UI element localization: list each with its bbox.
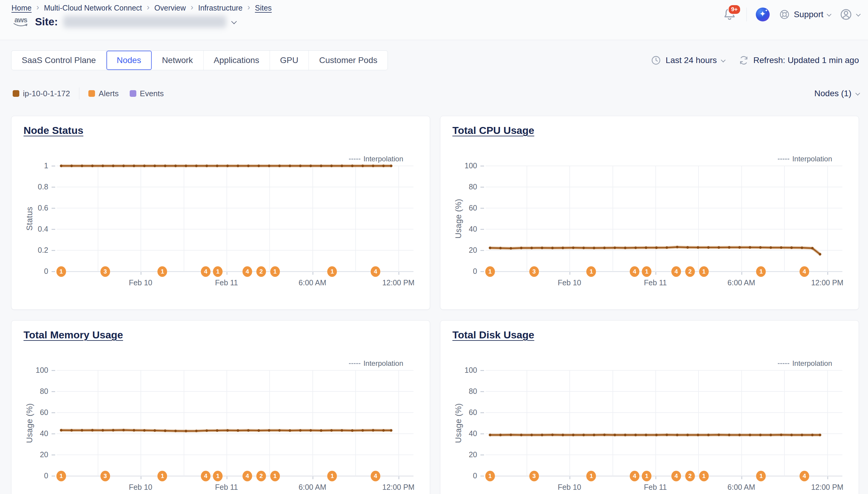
alert-badge[interactable]: 1 <box>270 266 280 277</box>
card-total-disk-usage: Total Disk Usage Interpolation Usage (%)… <box>440 320 859 494</box>
node-series-swatch <box>13 90 19 97</box>
alert-badge[interactable]: 4 <box>201 266 211 277</box>
refresh-icon <box>738 55 749 66</box>
alert-badge[interactable]: 2 <box>685 471 695 481</box>
series-line <box>486 364 836 488</box>
site-chevron-down-icon[interactable] <box>231 18 237 24</box>
y-tick-mark <box>480 476 484 476</box>
time-range-label: Last 24 hours <box>666 56 717 65</box>
y-tick-mark <box>480 187 484 188</box>
controls-right: Last 24 hours Refresh: Updated 1 min ago <box>651 55 859 66</box>
events-swatch <box>130 90 136 97</box>
y-tick-mark <box>52 476 55 476</box>
y-tick-mark <box>480 455 484 455</box>
y-tick-mark <box>52 271 55 272</box>
alert-badge[interactable]: 4 <box>671 266 681 277</box>
alert-badge[interactable]: 1 <box>56 471 66 481</box>
breadcrumb-sites[interactable]: Sites <box>255 4 272 12</box>
ai-assistant-icon[interactable]: ✦ ✦ <box>756 7 770 21</box>
breadcrumb-separator-icon: › <box>37 3 39 12</box>
node-series-label: ip-10-0-1-172 <box>23 89 70 98</box>
notifications-bell-icon[interactable]: 9+ <box>722 7 737 22</box>
y-tick-mark <box>52 370 55 371</box>
tab-customer-pods[interactable]: Customer Pods <box>309 51 388 70</box>
breadcrumb-overview[interactable]: Overview <box>154 4 186 12</box>
chart-legend: ip-10-0-1-172 Alerts Events <box>13 88 164 99</box>
refresh-button[interactable]: Refresh: Updated 1 min ago <box>738 55 859 66</box>
card-total-cpu-usage: Total CPU Usage Interpolation Usage (%)1… <box>440 116 859 310</box>
y-tick-label: 0.4 <box>12 225 48 233</box>
top-bar-actions: 9+ ✦ ✦ Support <box>722 5 860 23</box>
lifebuoy-icon <box>779 9 790 20</box>
breadcrumb-home[interactable]: Home <box>12 4 32 12</box>
alert-badge[interactable]: 3 <box>100 471 110 481</box>
alert-badge[interactable]: 2 <box>256 471 266 481</box>
y-tick-label: 20 <box>12 450 48 459</box>
series-line <box>57 160 407 284</box>
tab-gpu[interactable]: GPU <box>270 51 309 70</box>
breadcrumb-separator-icon: › <box>147 3 150 12</box>
legend-events[interactable]: Events <box>130 89 164 98</box>
breadcrumb: Home › Multi-Cloud Network Connect › Ove… <box>12 4 272 12</box>
y-tick-mark <box>480 250 484 251</box>
y-tick-mark <box>480 229 484 230</box>
total-cpu-usage-chart: Usage (%)100806040200Feb 10Feb 116:00 AM… <box>440 116 859 309</box>
legend-node[interactable]: ip-10-0-1-172 <box>13 89 70 98</box>
legend-alerts[interactable]: Alerts <box>89 89 118 98</box>
chart-grid: Node Status Interpolation Status10.80.60… <box>11 116 859 494</box>
tab-saas-control-plane[interactable]: SaaS Control Plane <box>12 51 107 70</box>
tab-network[interactable]: Network <box>152 51 204 70</box>
breadcrumb-infrastructure[interactable]: Infrastructure <box>198 4 243 12</box>
alert-badge[interactable]: 4 <box>371 471 380 481</box>
y-tick-label: 20 <box>440 450 477 459</box>
legend-row: ip-10-0-1-172 Alerts Events Nodes (1) <box>13 88 859 99</box>
y-tick-label: 0 <box>12 267 48 276</box>
alert-badge[interactable]: 1 <box>485 266 495 277</box>
alert-badge[interactable]: 3 <box>529 471 539 481</box>
time-range-select[interactable]: Last 24 hours <box>651 55 725 66</box>
support-menu[interactable]: Support <box>779 9 830 20</box>
alert-badge[interactable]: 1 <box>56 266 66 277</box>
alert-badge[interactable]: 4 <box>201 471 211 481</box>
alert-badge[interactable]: 2 <box>685 266 695 277</box>
controls-row: SaaS Control Plane Nodes Network Applica… <box>11 50 859 70</box>
y-tick-label: 0 <box>12 471 48 480</box>
alert-badge[interactable]: 1 <box>485 471 495 481</box>
alert-badge[interactable]: 4 <box>630 471 639 481</box>
alert-badge[interactable]: 1 <box>270 471 280 481</box>
alert-badge[interactable]: 4 <box>799 471 809 481</box>
alert-badge[interactable]: 4 <box>243 471 252 481</box>
alert-badge[interactable]: 1 <box>699 471 709 481</box>
y-tick-mark <box>480 370 484 371</box>
account-menu[interactable] <box>840 8 860 21</box>
tab-applications[interactable]: Applications <box>204 51 270 70</box>
alert-badge[interactable]: 4 <box>630 266 639 277</box>
card-node-status: Node Status Interpolation Status10.80.60… <box>11 116 430 310</box>
y-tick-label: 60 <box>440 204 477 212</box>
y-tick-label: 1 <box>12 162 48 170</box>
y-tick-mark <box>52 229 55 230</box>
alert-badge[interactable]: 4 <box>799 266 809 277</box>
alert-badge[interactable]: 4 <box>243 266 252 277</box>
y-tick-mark <box>52 187 55 188</box>
y-tick-label: 40 <box>440 225 477 233</box>
support-label: Support <box>794 10 823 19</box>
y-tick-label: 0.2 <box>12 246 48 254</box>
time-range-chevron-down-icon <box>721 58 726 62</box>
aws-logo-icon: aws <box>12 17 30 27</box>
refresh-status-label: Refresh: Updated 1 min ago <box>753 56 859 65</box>
total-disk-usage-chart: Usage (%)100806040200Feb 10Feb 116:00 AM… <box>440 321 859 494</box>
tab-nodes[interactable]: Nodes <box>107 51 152 70</box>
alert-badge[interactable]: 3 <box>100 266 110 277</box>
y-tick-mark <box>480 412 484 413</box>
alert-badge[interactable]: 1 <box>699 266 709 277</box>
y-tick-label: 100 <box>440 366 477 375</box>
alert-badge[interactable]: 4 <box>671 471 681 481</box>
alert-badge[interactable]: 3 <box>529 266 539 277</box>
nodes-count-select[interactable]: Nodes (1) <box>814 89 859 98</box>
alert-badge[interactable]: 4 <box>371 266 380 277</box>
breadcrumb-mcn[interactable]: Multi-Cloud Network Connect <box>44 4 142 12</box>
alert-badge[interactable]: 2 <box>256 266 266 277</box>
alerts-swatch <box>89 90 95 97</box>
alerts-label: Alerts <box>99 89 118 98</box>
